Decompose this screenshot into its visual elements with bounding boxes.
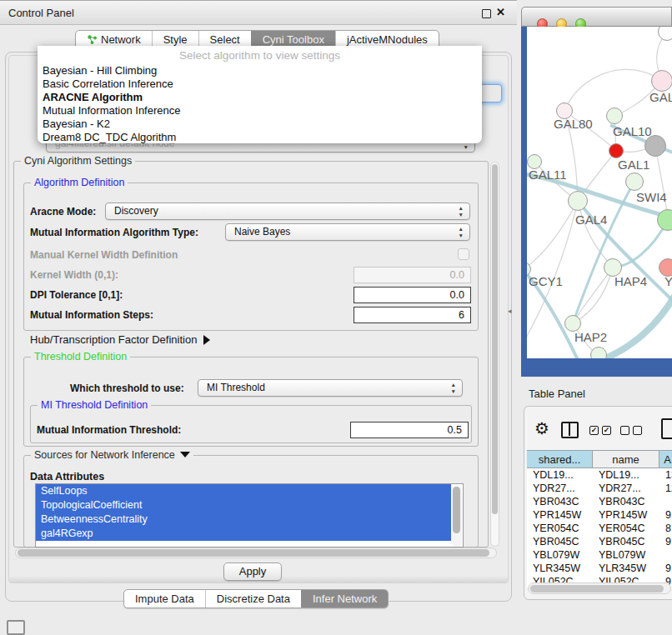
- table-cell: YPR145W: [593, 508, 659, 522]
- table-hscrollbar-thumb[interactable]: [530, 585, 664, 592]
- network-canvas[interactable]: GALGAL80GAL10GAL1GAL11SWI4GAL4GCY1HAP4YH…: [527, 27, 672, 358]
- tab-label: Discretize Data: [217, 592, 290, 605]
- dock-panel-icon[interactable]: [7, 620, 25, 635]
- sources-title[interactable]: Sources for Network Inference: [31, 449, 193, 461]
- aracne-mode-combo[interactable]: Discovery ▲▼: [105, 202, 470, 220]
- split-view-icon[interactable]: [561, 422, 579, 438]
- table-cell: YDL19...: [527, 468, 593, 482]
- mi-threshold-group-title: MI Threshold Definition: [38, 399, 151, 411]
- network-node-label: SWI4: [636, 190, 667, 204]
- table-row[interactable]: YBR045CYBR045C9.: [527, 535, 672, 548]
- algorithm-option[interactable]: ARACNE Algorithm: [41, 91, 479, 104]
- manual-kernel-label: Manual Kernel Width Definition: [30, 249, 178, 261]
- table-cell: 9.: [659, 562, 672, 575]
- table-cell: YLR345W: [593, 562, 659, 575]
- data-attribute-item[interactable]: BetweennessCentrality: [36, 512, 451, 527]
- close-panel-icon[interactable]: ✕: [496, 6, 505, 18]
- settings-hscrollbar[interactable]: [15, 548, 497, 558]
- algorithm-option[interactable]: Bayesian - Hill Climbing: [41, 64, 479, 78]
- hub-definition-disclosure[interactable]: Hub/Transcription Factor Definition: [30, 333, 210, 346]
- kernel-width-field[interactable]: 0.0: [354, 267, 471, 283]
- algorithm-option[interactable]: Basic Correlation Inference: [41, 78, 479, 91]
- network-icon: [87, 34, 98, 45]
- which-threshold-combo[interactable]: MI Threshold ▲▼: [198, 379, 463, 397]
- apply-button[interactable]: Apply: [223, 562, 282, 581]
- algorithm-option[interactable]: Mutual Information Inference: [41, 104, 479, 118]
- new-table-icon[interactable]: [661, 418, 672, 439]
- table-cell: YER054C: [593, 522, 659, 535]
- list-vscrollbar-thumb[interactable]: [453, 487, 460, 533]
- control-panel-title: Control Panel: [8, 7, 74, 19]
- network-node[interactable]: [590, 347, 607, 358]
- network-node-gal4[interactable]: [568, 191, 588, 211]
- mi-threshold-field[interactable]: 0.5: [350, 422, 469, 438]
- tab-discretize-data[interactable]: Discretize Data: [205, 590, 301, 608]
- manual-kernel-checkbox[interactable]: [458, 248, 469, 260]
- network-node-gal[interactable]: [651, 70, 672, 92]
- table-row[interactable]: YPR145WYPR145W9.: [527, 508, 672, 522]
- tab-infer-network[interactable]: Infer Network: [301, 590, 388, 608]
- data-attribute-item[interactable]: gal4RGexp: [36, 527, 451, 541]
- splitter-arrow-icon[interactable]: ◂: [508, 307, 512, 315]
- tab-label: Infer Network: [313, 592, 377, 605]
- table-row[interactable]: YDR27...YDR27...12: [527, 482, 672, 495]
- table-cell: 8.: [659, 522, 672, 535]
- table-row[interactable]: YDL19...YDL19...13: [527, 468, 672, 482]
- network-node-label: GAL: [649, 90, 672, 104]
- network-node-label: HAP4: [614, 274, 647, 288]
- list-vscrollbar[interactable]: [451, 485, 462, 547]
- tab-label: Impute Data: [135, 592, 194, 605]
- control-panel-titlebar: Control Panel ✕: [0, 0, 517, 25]
- mi-type-combo[interactable]: Naive Bayes ▲▼: [225, 223, 470, 241]
- table-cell: YBL079W: [527, 548, 593, 562]
- network-node-hap2[interactable]: [564, 315, 581, 332]
- table-column-header[interactable]: A: [659, 451, 672, 468]
- data-attribute-item[interactable]: SelfLoops: [36, 484, 451, 498]
- table-cell: 9.: [659, 535, 672, 548]
- aracne-mode-label: Aracne Mode:: [30, 206, 96, 218]
- show-columns-icon[interactable]: ✓ ✓: [589, 426, 611, 435]
- bottom-tabs: Impute DataDiscretize DataInfer Network: [123, 589, 389, 608]
- stepper-icon: ▲▼: [451, 382, 456, 394]
- hscrollbar-thumb[interactable]: [18, 549, 489, 557]
- table-row[interactable]: YLR345WYLR345W9.: [527, 562, 672, 575]
- mi-steps-label: Mutual Information Steps:: [30, 309, 153, 321]
- tab-label: jActiveMNodules: [347, 33, 428, 46]
- mi-type-label: Mutual Information Algorithm Type:: [30, 227, 198, 238]
- tab-label: Select: [210, 33, 240, 46]
- table-cell: YER054C: [527, 522, 593, 535]
- settings-vscrollbar[interactable]: [490, 162, 499, 547]
- dpi-tolerance-field[interactable]: 0.0: [354, 287, 471, 303]
- table-cell: 12: [659, 482, 672, 495]
- chevron-down-icon: [180, 452, 190, 458]
- table-cell: YBR043C: [593, 495, 659, 508]
- network-node-gal1[interactable]: [609, 143, 624, 158]
- table-column-header[interactable]: name: [593, 451, 659, 468]
- data-attributes-list[interactable]: SelfLoopsTopologicalCoefficientBetweenne…: [35, 483, 464, 548]
- float-panel-icon[interactable]: [482, 9, 491, 18]
- data-attribute-item[interactable]: TopologicalCoefficient: [36, 498, 451, 512]
- table-row[interactable]: YBR043CYBR043C: [527, 495, 672, 508]
- table-column-header[interactable]: shared...: [527, 451, 593, 468]
- tab-impute-data[interactable]: Impute Data: [124, 590, 205, 608]
- gear-icon[interactable]: ⚙: [534, 418, 549, 438]
- network-node[interactable]: [644, 135, 666, 157]
- mi-steps-field[interactable]: 6: [354, 307, 471, 323]
- table-row[interactable]: YBL079WYBL079W: [527, 548, 672, 562]
- network-node-swi4[interactable]: [625, 172, 644, 191]
- stepper-icon: ▲▼: [459, 226, 464, 238]
- hide-columns-icon[interactable]: [620, 426, 642, 435]
- network-node-gal10[interactable]: [606, 108, 623, 124]
- kernel-width-label: Kernel Width (0,1):: [30, 269, 118, 281]
- network-window-titlebar[interactable]: [521, 7, 672, 27]
- table-cell: 13: [659, 468, 672, 482]
- threshold-definition-title: Threshold Definition: [31, 351, 130, 362]
- algorithm-option[interactable]: Dream8 DC_TDC Algorithm: [41, 131, 479, 144]
- table-row[interactable]: YER054CYER054C8.: [527, 522, 672, 535]
- table-panel-title: Table Panel: [529, 388, 585, 400]
- algorithm-option[interactable]: Bayesian - K2: [41, 118, 479, 131]
- table-hscrollbar[interactable]: [528, 582, 671, 594]
- cyni-settings-title: Cyni Algorithm Settings: [21, 155, 135, 167]
- network-node-label: GAL11: [529, 168, 567, 182]
- vscrollbar-thumb[interactable]: [492, 164, 498, 514]
